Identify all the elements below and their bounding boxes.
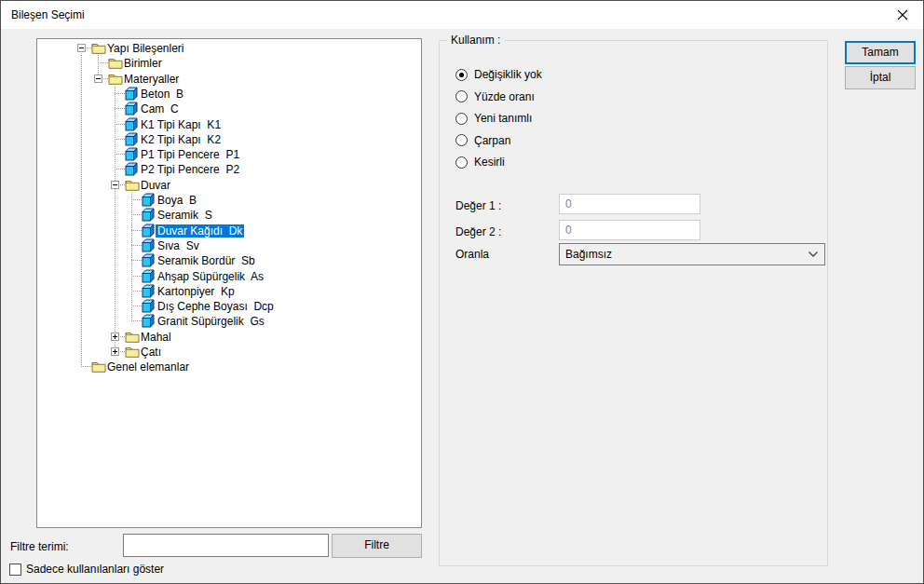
tree-item-genel-elemanlar[interactable]: Genel elemanlar bbox=[37, 360, 421, 374]
tree-item-label: Duvar Kağıdı Dk bbox=[156, 224, 244, 238]
proportion-dropdown-value: Bağımsız bbox=[565, 248, 612, 261]
tree-item-beton-b[interactable]: Beton B bbox=[37, 87, 421, 102]
radio-button-icon[interactable] bbox=[455, 69, 468, 81]
chevron-down-icon bbox=[808, 251, 819, 258]
component-tree-inner: Yapı BileşenleriBirimlerMateryallerBeton… bbox=[37, 39, 421, 527]
tree-item-label: Boya B bbox=[156, 194, 198, 207]
filter-button[interactable]: Filtre bbox=[332, 534, 422, 558]
material-cube-icon bbox=[125, 117, 140, 131]
tree-item-kartonpiyer-kp[interactable]: Kartonpiyer Kp bbox=[37, 284, 421, 299]
tree-item-mahal[interactable]: Mahal bbox=[37, 330, 421, 345]
tree-item-cam-c[interactable]: Cam C bbox=[37, 102, 421, 116]
radio-option-yüzde-oranı[interactable]: Yüzde oranı bbox=[455, 89, 535, 104]
folder-icon bbox=[125, 178, 140, 192]
collapse-icon[interactable] bbox=[77, 44, 86, 52]
radio-option-değişiklik-yok[interactable]: Değişiklik yok bbox=[455, 67, 542, 82]
material-cube-icon bbox=[142, 224, 156, 238]
tree-item-label: Dış Cephe Boyası Dcp bbox=[156, 300, 276, 313]
tree-item-ahşap-süpürgelik-as[interactable]: Ahşap Süpürgelik As bbox=[37, 269, 421, 284]
tree-item-label: P2 Tipi Pencere P2 bbox=[139, 163, 241, 176]
radio-button-icon[interactable] bbox=[455, 156, 468, 169]
radio-option-çarpan[interactable]: Çarpan bbox=[455, 133, 510, 148]
show-used-checkbox-row[interactable]: Sadece kullanılanları göster bbox=[9, 562, 164, 577]
material-cube-icon bbox=[142, 208, 156, 222]
close-icon bbox=[897, 9, 908, 20]
folder-icon bbox=[125, 330, 140, 344]
tree-item-materyaller[interactable]: Materyaller bbox=[37, 72, 421, 87]
material-cube-icon bbox=[125, 162, 140, 176]
radio-option-yeni-tanımlı[interactable]: Yeni tanımlı bbox=[455, 111, 532, 126]
tree-item-boya-b[interactable]: Boya B bbox=[37, 193, 421, 208]
tree-item-p1-tipi-pencere-p1[interactable]: P1 Tipi Pencere P1 bbox=[37, 147, 421, 162]
tree-item-label: Beton B bbox=[139, 88, 185, 101]
tree-item-seramik-s[interactable]: Seramik S bbox=[37, 208, 421, 223]
tree-item-label: Materyaller bbox=[122, 73, 181, 86]
radio-button-icon[interactable] bbox=[455, 90, 468, 102]
tree-item-label: P1 Tipi Pencere P1 bbox=[139, 148, 241, 161]
collapse-icon[interactable] bbox=[111, 181, 119, 189]
material-cube-icon bbox=[142, 193, 156, 207]
tree-item-yapı-bileşenleri[interactable]: Yapı Bileşenleri bbox=[37, 41, 421, 56]
value1-field[interactable]: 0 bbox=[559, 194, 700, 214]
usage-groupbox: Kullanım : Değişiklik yokYüzde oranıYeni… bbox=[439, 40, 828, 566]
tree-item-granit-süpürgelik-gs[interactable]: Granit Süpürgelik Gs bbox=[37, 314, 421, 329]
radio-option-label: Değişiklik yok bbox=[474, 68, 542, 81]
tree-item-label: Genel elemanlar bbox=[105, 360, 191, 373]
value2-field[interactable]: 0 bbox=[559, 220, 700, 240]
tree-item-label: K1 Tipi Kapı K1 bbox=[139, 118, 223, 131]
filter-term-label: Filtre terimi: bbox=[10, 540, 69, 553]
folder-icon bbox=[108, 56, 123, 70]
proportion-dropdown[interactable]: Bağımsız bbox=[559, 243, 825, 265]
tree-item-duvar-kağıdı-dk[interactable]: Duvar Kağıdı Dk bbox=[37, 224, 421, 238]
tree-item-sıva-sv[interactable]: Sıva Sv bbox=[37, 238, 421, 253]
component-tree[interactable]: Yapı BileşenleriBirimlerMateryallerBeton… bbox=[36, 38, 422, 528]
tree-item-label: Mahal bbox=[139, 331, 173, 344]
material-cube-icon bbox=[142, 269, 156, 283]
radio-option-label: Kesirli bbox=[474, 156, 505, 169]
dialog-title: Bileşen Seçimi bbox=[11, 1, 85, 29]
value2-label: Değer 2 : bbox=[455, 225, 501, 238]
expand-icon[interactable] bbox=[111, 347, 119, 356]
filter-term-input[interactable] bbox=[123, 534, 329, 557]
radio-option-label: Yüzde oranı bbox=[474, 90, 535, 103]
ok-button[interactable]: Tamam bbox=[845, 41, 916, 64]
radio-button-icon[interactable] bbox=[455, 113, 468, 125]
tree-item-label: Cam C bbox=[139, 102, 181, 115]
tree-item-çatı[interactable]: Çatı bbox=[37, 345, 421, 360]
tree-item-birimler[interactable]: Birimler bbox=[37, 56, 421, 71]
collapse-icon[interactable] bbox=[94, 75, 102, 83]
show-used-checkbox[interactable] bbox=[9, 564, 21, 576]
tree-item-label: Sıva Sv bbox=[156, 239, 201, 252]
tree-item-seramik-bordür-sb[interactable]: Seramik Bordür Sb bbox=[37, 253, 421, 268]
expand-icon[interactable] bbox=[111, 333, 119, 341]
proportion-label: Oranla bbox=[455, 248, 489, 261]
tree-item-label: Duvar bbox=[139, 179, 172, 192]
material-cube-icon bbox=[125, 102, 140, 115]
material-cube-icon bbox=[142, 299, 156, 313]
tree-item-label: Granit Süpürgelik Gs bbox=[156, 315, 266, 328]
material-cube-icon bbox=[125, 147, 140, 161]
value1-label: Değer 1 : bbox=[455, 199, 501, 212]
folder-icon bbox=[108, 72, 123, 86]
radio-option-label: Yeni tanımlı bbox=[474, 112, 532, 125]
material-cube-icon bbox=[125, 87, 140, 101]
material-cube-icon bbox=[125, 132, 140, 146]
tree-item-label: Yapı Bileşenleri bbox=[105, 42, 186, 55]
material-cube-icon bbox=[142, 284, 156, 298]
radio-button-icon[interactable] bbox=[455, 134, 468, 146]
tree-item-label: Seramik S bbox=[156, 209, 214, 222]
radio-option-kesirli[interactable]: Kesirli bbox=[455, 155, 505, 170]
usage-group-label: Kullanım : bbox=[447, 34, 504, 47]
tree-item-label: Birimler bbox=[122, 57, 164, 70]
tree-item-duvar[interactable]: Duvar bbox=[37, 178, 421, 193]
folder-icon bbox=[125, 345, 140, 359]
tree-item-label: Çatı bbox=[139, 346, 163, 359]
cancel-button[interactable]: İptal bbox=[845, 66, 916, 89]
tree-item-k1-tipi-kapı-k1[interactable]: K1 Tipi Kapı K1 bbox=[37, 117, 421, 132]
radio-option-label: Çarpan bbox=[474, 134, 510, 147]
tree-item-label: Seramik Bordür Sb bbox=[156, 254, 257, 267]
tree-item-p2-tipi-pencere-p2[interactable]: P2 Tipi Pencere P2 bbox=[37, 162, 421, 177]
close-button[interactable] bbox=[881, 1, 923, 28]
tree-item-k2-tipi-kapı-k2[interactable]: K2 Tipi Kapı K2 bbox=[37, 132, 421, 147]
tree-item-dış-cephe-boyası-dcp[interactable]: Dış Cephe Boyası Dcp bbox=[37, 299, 421, 314]
